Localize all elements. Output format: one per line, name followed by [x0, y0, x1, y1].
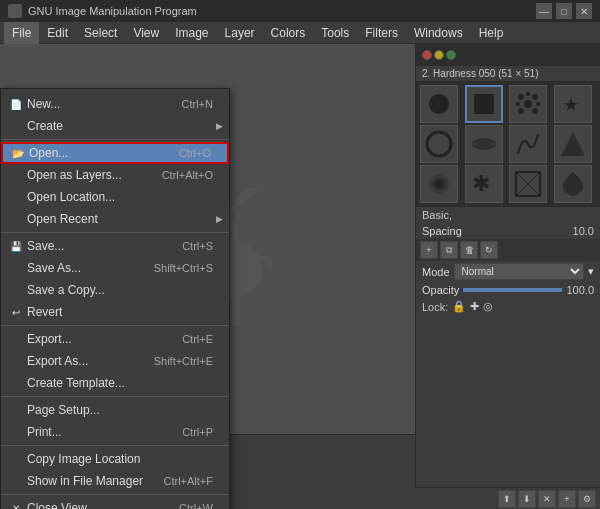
save-as-label: Save As... [27, 261, 81, 275]
menu-view[interactable]: View [125, 22, 167, 44]
mode-label: Mode [422, 266, 450, 278]
menu-item-show-file-manager[interactable]: Show in File Manager Ctrl+Alt+F [1, 470, 229, 492]
menu-select[interactable]: Select [76, 22, 125, 44]
menu-item-new[interactable]: 📄 New... Ctrl+N [1, 93, 229, 115]
create-icon [9, 119, 23, 133]
opacity-slider[interactable] [463, 288, 562, 292]
brush-item[interactable] [554, 165, 592, 203]
menu-item-save-as[interactable]: Save As... Shift+Ctrl+S [1, 257, 229, 279]
brush-item[interactable] [509, 165, 547, 203]
spacing-row: Spacing 10.0 [416, 223, 600, 239]
close-view-shortcut: Ctrl+W [179, 502, 213, 509]
menu-colors[interactable]: Colors [263, 22, 314, 44]
menu-item-create[interactable]: Create [1, 115, 229, 137]
menu-item-create-template[interactable]: Create Template... [1, 372, 229, 394]
brush-item-selected[interactable] [465, 85, 503, 123]
menu-item-print[interactable]: Print... Ctrl+P [1, 421, 229, 443]
dot-green [446, 50, 456, 60]
menu-section-save: 💾 Save... Ctrl+S Save As... Shift+Ctrl+S [1, 233, 229, 326]
brush-item[interactable]: ✱ [465, 165, 503, 203]
panel-toolbar: + ⧉ 🗑 ↻ [416, 239, 600, 261]
menu-item-export[interactable]: Export... Ctrl+E [1, 328, 229, 350]
maximize-button[interactable]: □ [556, 3, 572, 19]
panel-bottom-btn3[interactable]: ✕ [538, 490, 556, 508]
svg-point-18 [532, 108, 538, 114]
title-bar: GNU Image Manipulation Program — □ ✕ [0, 0, 600, 22]
window-controls[interactable]: — □ ✕ [536, 3, 592, 19]
menu-tools[interactable]: Tools [313, 22, 357, 44]
menu-item-revert[interactable]: ↩ Revert [1, 301, 229, 323]
mode-select[interactable]: Normal [454, 263, 584, 280]
page-setup-left: Page Setup... [23, 403, 100, 417]
minimize-button[interactable]: — [536, 3, 552, 19]
menu-item-save[interactable]: 💾 Save... Ctrl+S [1, 235, 229, 257]
brush-item[interactable] [509, 125, 547, 163]
new-brush-button[interactable]: + [420, 241, 438, 259]
create-template-left: Create Template... [23, 376, 125, 390]
opacity-label: Opacity [422, 284, 459, 296]
export-as-label: Export As... [27, 354, 88, 368]
show-fm-left: Show in File Manager [23, 474, 143, 488]
menu-image[interactable]: Image [167, 22, 216, 44]
menu-item-copy-location[interactable]: Copy Image Location [1, 448, 229, 470]
lock-row: Lock: 🔒 ✚ ◎ [416, 298, 600, 315]
copy-location-label: Copy Image Location [27, 452, 140, 466]
app-icon [8, 4, 22, 18]
open-layers-left: Open as Layers... [23, 168, 122, 182]
copy-location-left: Copy Image Location [23, 452, 140, 466]
refresh-brush-button[interactable]: ↻ [480, 241, 498, 259]
panel-bottom-btn1[interactable]: ⬆ [498, 490, 516, 508]
open-recent-icon [9, 212, 23, 226]
menu-help[interactable]: Help [471, 22, 512, 44]
export-icon [9, 332, 23, 346]
brush-item[interactable] [420, 125, 458, 163]
mode-row: Mode Normal ▾ [416, 261, 600, 282]
brush-item[interactable] [465, 125, 503, 163]
lock-visibility-icon[interactable]: ◎ [483, 300, 493, 313]
open-layers-icon [9, 168, 23, 182]
brush-item[interactable] [554, 125, 592, 163]
menu-item-open[interactable]: 📂 Open... Ctrl+O [1, 142, 229, 164]
export-as-shortcut: Shift+Ctrl+E [154, 355, 213, 367]
menu-item-open-layers[interactable]: Open as Layers... Ctrl+Alt+O [1, 164, 229, 186]
brush-item[interactable] [509, 85, 547, 123]
svg-text:✱: ✱ [472, 171, 490, 196]
print-left: Print... [23, 425, 62, 439]
lock-position-icon[interactable]: ✚ [470, 300, 479, 313]
svg-point-13 [532, 94, 538, 100]
show-fm-icon [9, 474, 23, 488]
panel-bottom-btn2[interactable]: ⬇ [518, 490, 536, 508]
menu-section-quit: ✕ Close View Ctrl+W Close All Shift+Ctrl… [1, 495, 229, 509]
menu-layer[interactable]: Layer [217, 22, 263, 44]
brush-item[interactable]: ★ [554, 85, 592, 123]
menu-item-close-view[interactable]: ✕ Close View Ctrl+W [1, 497, 229, 509]
menu-item-export-as[interactable]: Export As... Shift+Ctrl+E [1, 350, 229, 372]
menu-bar: File Edit Select View Image Layer Colors… [0, 22, 600, 44]
new-label: New... [27, 97, 60, 111]
menu-section-open: 📂 Open... Ctrl+O Open as Layers... Ctrl+… [1, 140, 229, 233]
create-item-left: Create [23, 119, 63, 133]
close-button[interactable]: ✕ [576, 3, 592, 19]
menu-item-open-recent[interactable]: Open Recent [1, 208, 229, 230]
open-location-left: Open Location... [23, 190, 115, 204]
dot-red [422, 50, 432, 60]
menu-windows[interactable]: Windows [406, 22, 471, 44]
panel-bottom-btn5[interactable]: ⚙ [578, 490, 596, 508]
menu-filters[interactable]: Filters [357, 22, 406, 44]
export-left: Export... [23, 332, 72, 346]
menu-edit[interactable]: Edit [39, 22, 76, 44]
revert-icon: ↩ [9, 305, 23, 319]
brush-item[interactable] [420, 85, 458, 123]
duplicate-brush-button[interactable]: ⧉ [440, 241, 458, 259]
panel-bottom-btn4[interactable]: + [558, 490, 576, 508]
lock-alpha-icon[interactable]: 🔒 [452, 300, 466, 313]
menu-item-page-setup[interactable]: Page Setup... [1, 399, 229, 421]
menu-file[interactable]: File [4, 22, 39, 44]
svg-point-17 [518, 108, 524, 114]
menu-item-save-copy[interactable]: Save a Copy... [1, 279, 229, 301]
brush-item[interactable] [420, 165, 458, 203]
open-icon: 📂 [11, 146, 25, 160]
right-panel-bottom-bar: ⬆ ⬇ ✕ + ⚙ [415, 487, 600, 509]
menu-item-open-location[interactable]: Open Location... [1, 186, 229, 208]
delete-brush-button[interactable]: 🗑 [460, 241, 478, 259]
